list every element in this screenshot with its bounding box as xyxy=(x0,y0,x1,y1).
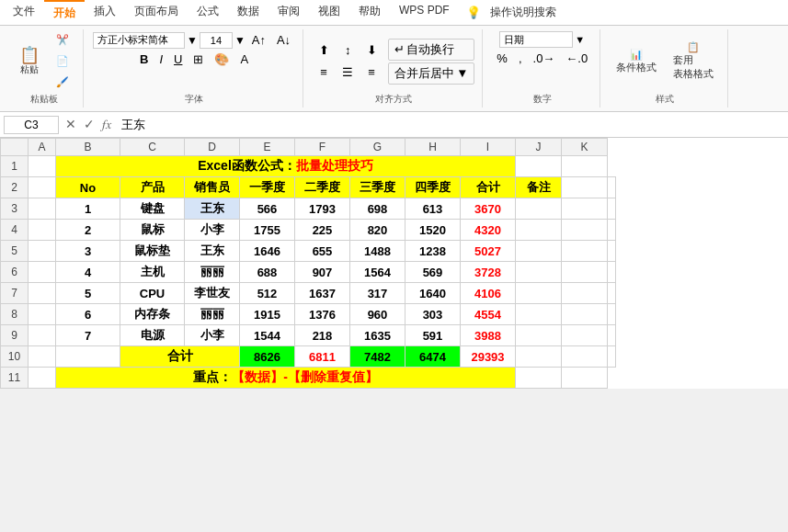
cell-A8[interactable] xyxy=(29,304,56,325)
cell-total-1[interactable]: 3670 xyxy=(461,198,516,220)
formula-input[interactable] xyxy=(118,116,784,133)
cell-q4-2[interactable]: 1520 xyxy=(405,220,461,241)
cell-q2-6[interactable]: 1376 xyxy=(295,304,350,325)
cell-note-7[interactable] xyxy=(516,325,562,346)
header-seller[interactable]: 销售员 xyxy=(185,177,240,198)
cell-product-5[interactable]: CPU xyxy=(120,283,185,304)
percent-button[interactable]: % xyxy=(492,50,512,67)
cell-q2-4[interactable]: 907 xyxy=(295,262,350,283)
underline-button[interactable]: U xyxy=(169,51,187,68)
font-decrease-button[interactable]: A↓ xyxy=(272,31,295,49)
cell-note-5[interactable] xyxy=(516,283,562,304)
cell-q4-4[interactable]: 569 xyxy=(405,262,461,283)
conditional-format-button[interactable]: 📊 条件格式 xyxy=(610,46,663,77)
cell-seller-4[interactable]: 丽丽 xyxy=(185,262,240,283)
paste-button[interactable]: 📋 粘贴 xyxy=(13,44,46,79)
cell-no-6[interactable]: 6 xyxy=(56,304,120,325)
tab-data[interactable]: 数据 xyxy=(228,0,268,25)
cell-K3[interactable] xyxy=(608,198,616,220)
cell-K10[interactable] xyxy=(608,346,616,368)
col-header-I[interactable]: I xyxy=(461,139,516,156)
table-format-button[interactable]: 📋 套用 表格格式 xyxy=(667,39,720,84)
center-align-button[interactable]: ☰ xyxy=(337,62,359,83)
cell-J8[interactable] xyxy=(562,304,608,325)
cell-note-6[interactable] xyxy=(516,304,562,325)
totals-label[interactable]: 合计 xyxy=(120,346,240,368)
cell-q4-6[interactable]: 303 xyxy=(405,304,461,325)
cell-note-4[interactable] xyxy=(516,262,562,283)
cell-total-4[interactable]: 3728 xyxy=(461,262,516,283)
cell-q3-3[interactable]: 1488 xyxy=(350,241,405,262)
cell-note-3[interactable] xyxy=(516,241,562,262)
cell-q4-3[interactable]: 1238 xyxy=(405,241,461,262)
tab-help[interactable]: 帮助 xyxy=(349,0,390,25)
cell-q2-7[interactable]: 218 xyxy=(295,325,350,346)
col-header-C[interactable]: C xyxy=(120,139,185,156)
fill-color-button[interactable]: 🎨 xyxy=(210,51,234,68)
decrease-decimal-button[interactable]: ←.0 xyxy=(561,50,592,67)
totals-q4[interactable]: 6474 xyxy=(405,346,461,368)
col-header-F[interactable]: F xyxy=(295,139,350,156)
cell-J1[interactable] xyxy=(516,156,562,177)
col-header-A[interactable]: A xyxy=(29,139,56,156)
cell-no-7[interactable]: 7 xyxy=(56,325,120,346)
cell-I10[interactable] xyxy=(516,346,562,368)
cell-seller-7[interactable]: 小李 xyxy=(185,325,240,346)
cell-q4-5[interactable]: 1640 xyxy=(405,283,461,304)
increase-decimal-button[interactable]: .0→ xyxy=(529,50,560,67)
cell-total-7[interactable]: 3988 xyxy=(461,325,516,346)
cell-q3-4[interactable]: 1564 xyxy=(350,262,405,283)
cell-q3-6[interactable]: 960 xyxy=(350,304,405,325)
cell-q1-2[interactable]: 1755 xyxy=(240,220,295,241)
format-painter-button[interactable]: 🖌️ xyxy=(50,74,75,91)
tab-review[interactable]: 审阅 xyxy=(268,0,309,25)
insert-function-icon[interactable]: 𝑓𝑥 xyxy=(99,117,114,132)
cell-seller-1[interactable]: 王东 xyxy=(185,198,240,220)
tab-view[interactable]: 视图 xyxy=(309,0,349,25)
cell-K4[interactable] xyxy=(608,220,616,241)
totals-q2[interactable]: 6811 xyxy=(295,346,350,368)
cell-J2[interactable] xyxy=(562,177,608,198)
tab-home[interactable]: 开始 xyxy=(44,0,85,25)
cell-K8[interactable] xyxy=(608,304,616,325)
bold-button[interactable]: B xyxy=(135,51,153,68)
col-header-D[interactable]: D xyxy=(185,139,240,156)
cell-q1-5[interactable]: 512 xyxy=(240,283,295,304)
cell-K5[interactable] xyxy=(608,241,616,262)
cell-J9[interactable] xyxy=(562,325,608,346)
border-button[interactable]: ⊞ xyxy=(188,51,208,68)
font-color-button[interactable]: A xyxy=(235,51,253,68)
cell-product-3[interactable]: 鼠标垫 xyxy=(120,241,185,262)
italic-button[interactable]: I xyxy=(154,51,167,68)
cell-product-7[interactable]: 电源 xyxy=(120,325,185,346)
bottom-align-button[interactable]: ⬇ xyxy=(360,40,383,61)
cell-q1-6[interactable]: 1915 xyxy=(240,304,295,325)
number-format-input[interactable] xyxy=(499,31,573,48)
thousand-button[interactable]: , xyxy=(514,50,527,67)
cell-J5[interactable] xyxy=(562,241,608,262)
cell-product-2[interactable]: 鼠标 xyxy=(120,220,185,241)
header-total[interactable]: 合计 xyxy=(461,177,516,198)
font-increase-button[interactable]: A↑ xyxy=(247,31,270,49)
col-header-K[interactable]: K xyxy=(562,139,608,156)
cell-q1-1[interactable]: 566 xyxy=(240,198,295,220)
cell-q1-7[interactable]: 1544 xyxy=(240,325,295,346)
cell-seller-2[interactable]: 小李 xyxy=(185,220,240,241)
font-size-input[interactable] xyxy=(200,32,233,49)
col-header-J[interactable]: J xyxy=(516,139,562,156)
cell-K2[interactable] xyxy=(608,177,616,198)
tab-insert[interactable]: 插入 xyxy=(85,0,125,25)
tab-file[interactable]: 文件 xyxy=(4,0,44,25)
cell-product-6[interactable]: 内存条 xyxy=(120,304,185,325)
cell-no-4[interactable]: 4 xyxy=(56,262,120,283)
left-align-button[interactable]: ≡ xyxy=(313,62,335,83)
cell-A2[interactable] xyxy=(29,177,56,198)
cell-total-3[interactable]: 5027 xyxy=(461,241,516,262)
cell-q3-2[interactable]: 820 xyxy=(350,220,405,241)
cell-q2-3[interactable]: 655 xyxy=(295,241,350,262)
tab-search[interactable]: 操作说明搜索 xyxy=(481,1,565,24)
copy-button[interactable]: 📄 xyxy=(50,52,75,70)
cell-q4-7[interactable]: 591 xyxy=(405,325,461,346)
tab-wpspdf[interactable]: WPS PDF xyxy=(390,0,459,25)
middle-align-button[interactable]: ↕ xyxy=(337,40,359,61)
